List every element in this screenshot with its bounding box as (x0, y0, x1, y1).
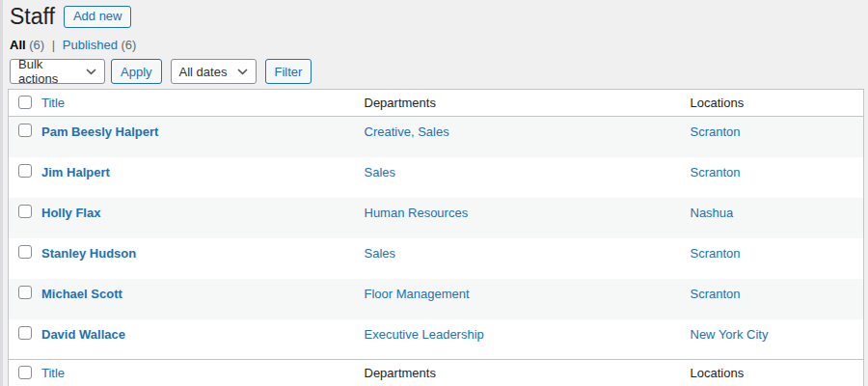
staff-title-link[interactable]: Holly Flax (41, 206, 100, 220)
select-all-checkbox[interactable] (18, 366, 32, 379)
row-checkbox[interactable] (18, 245, 32, 259)
view-all-count: (6) (29, 38, 44, 52)
table-row: David WallaceExecutive LeadershipNew Yor… (9, 319, 864, 360)
department-link[interactable]: Sales (365, 165, 396, 179)
column-header-title[interactable]: Title (41, 96, 65, 110)
dates-filter-select[interactable]: All dates (171, 59, 257, 84)
page-title: Staff (10, 3, 55, 31)
department-link[interactable]: Creative, Sales (365, 124, 449, 139)
location-link[interactable]: Scranton (691, 287, 741, 301)
view-separator: | (52, 38, 55, 52)
staff-title-link[interactable]: Jim Halpert (41, 165, 110, 179)
view-published-count: (6) (122, 38, 137, 52)
chevron-down-icon (237, 69, 248, 75)
staff-title-link[interactable]: David Wallace (41, 327, 125, 342)
filter-button[interactable]: Filter (265, 59, 312, 84)
staff-list-table: Title Departments Locations Pam Beesly H… (8, 89, 864, 386)
staff-title-link[interactable]: Stanley Hudson (41, 246, 136, 261)
location-link[interactable]: New York City (691, 327, 769, 342)
table-row: Stanley HudsonSalesScranton (9, 238, 864, 279)
location-link[interactable]: Scranton (691, 165, 741, 179)
view-all-link[interactable]: All (10, 38, 26, 52)
row-checkbox[interactable] (18, 164, 32, 178)
row-checkbox[interactable] (18, 205, 32, 218)
column-footer-locations: Locations (691, 360, 864, 386)
table-header: Title Departments Locations (9, 90, 864, 117)
department-link[interactable]: Floor Management (365, 287, 470, 301)
view-published-link[interactable]: Published (63, 38, 118, 52)
row-checkbox[interactable] (18, 286, 32, 299)
dates-selected-value: All dates (179, 65, 228, 79)
select-all-checkbox[interactable] (18, 96, 32, 109)
column-header-locations: Locations (691, 90, 864, 117)
add-new-button[interactable]: Add new (64, 6, 132, 28)
column-footer-departments: Departments (365, 360, 691, 386)
admin-content: Staff Add new All (6) | Published (6) Bu… (0, 0, 868, 386)
column-header-departments: Departments (365, 90, 691, 117)
table-row: Michael ScottFloor ManagementScranton (9, 279, 864, 319)
table-row: Jim HalpertSalesScranton (9, 157, 864, 198)
table-footer: Title Departments Locations (9, 360, 864, 386)
table-row: Pam Beesly HalpertCreative, SalesScranto… (9, 117, 864, 157)
chevron-down-icon (86, 69, 96, 75)
column-footer-title[interactable]: Title (41, 366, 65, 380)
page-header: Staff Add new (10, 3, 868, 31)
left-edge-strip (0, 0, 3, 386)
view-filter-links: All (6) | Published (6) (10, 39, 868, 52)
location-link[interactable]: Scranton (691, 246, 741, 261)
staff-title-link[interactable]: Pam Beesly Halpert (41, 124, 158, 139)
row-checkbox[interactable] (18, 124, 32, 137)
apply-button[interactable]: Apply (111, 59, 162, 84)
location-link[interactable]: Nashua (691, 206, 734, 220)
table-body: Pam Beesly HalpertCreative, SalesScranto… (9, 117, 864, 360)
department-link[interactable]: Sales (365, 246, 396, 261)
staff-title-link[interactable]: Michael Scott (41, 287, 122, 301)
table-row: Holly FlaxHuman ResourcesNashua (9, 198, 864, 238)
location-link[interactable]: Scranton (691, 124, 741, 139)
row-checkbox[interactable] (18, 326, 32, 340)
bulk-actions-selected-value: Bulk actions (18, 57, 80, 86)
bulk-actions-select[interactable]: Bulk actions (10, 59, 105, 84)
department-link[interactable]: Human Resources (365, 206, 469, 220)
department-link[interactable]: Executive Leadership (365, 327, 484, 342)
table-toolbar: Bulk actions Apply All dates Filter (10, 59, 868, 84)
